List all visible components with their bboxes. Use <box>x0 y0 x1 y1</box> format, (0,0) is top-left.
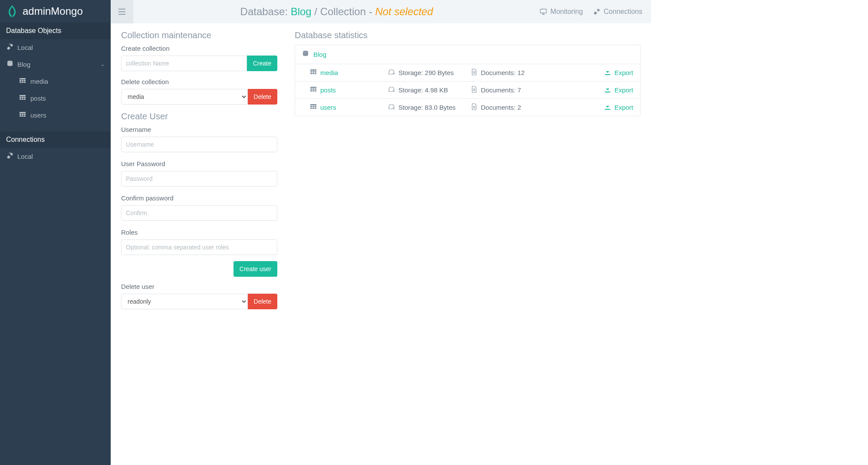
export-link[interactable]: Export <box>592 103 633 111</box>
topbar-links: Monitoring Connections <box>540 8 651 16</box>
monitoring-label: Monitoring <box>550 8 583 16</box>
stats-row: users Storage: 83.0 Bytes Documents: 2 <box>295 99 640 116</box>
svg-point-3 <box>393 73 394 74</box>
username-label: Username <box>121 126 277 133</box>
collection-maintenance-heading: Collection maintenance <box>121 30 277 40</box>
sidebar-item-label: Local <box>17 153 33 160</box>
delete-user-label: Delete user <box>121 283 277 290</box>
stats-row: posts Storage: 4.98 KB Documents: 7 <box>295 82 640 99</box>
create-user-button[interactable]: Create user <box>233 261 277 277</box>
sidebar-item-label: Local <box>17 44 33 51</box>
plug-icon <box>6 152 14 160</box>
main: Database: Blog / Collection - Not select… <box>111 0 651 465</box>
svg-point-0 <box>7 61 13 62</box>
table-icon <box>310 103 317 111</box>
confirm-password-input[interactable] <box>121 205 277 221</box>
collection-link-users[interactable]: users <box>320 104 336 111</box>
username-input[interactable] <box>121 137 277 152</box>
table-icon <box>310 69 317 77</box>
hdd-icon <box>388 86 395 94</box>
stats-db-name: Blog <box>313 51 326 58</box>
svg-point-4 <box>393 90 394 91</box>
export-label: Export <box>615 104 633 111</box>
collection-maintenance-panel: Collection maintenance Create collection… <box>121 30 277 316</box>
stats-row: media Storage: 290 Bytes Documents: 12 <box>295 64 640 82</box>
create-collection-button[interactable]: Create <box>247 56 277 71</box>
breadcrumb-mid: / Collection - <box>312 6 375 17</box>
table-icon <box>19 111 27 119</box>
hdd-icon <box>388 69 395 77</box>
file-icon <box>470 103 477 111</box>
delete-collection-label: Delete collection <box>121 78 277 85</box>
database-icon <box>302 50 309 59</box>
sidebar-item-label: Blog <box>17 61 30 68</box>
documents-value: Documents: 7 <box>481 86 521 94</box>
stats-db-header[interactable]: Blog <box>295 45 640 64</box>
svg-point-2 <box>303 51 308 52</box>
sidebar-header-objects: Database Objects <box>0 23 111 39</box>
export-link[interactable]: Export <box>592 69 633 77</box>
sidebar-item-collection-media[interactable]: media <box>0 73 111 90</box>
table-icon <box>310 86 317 94</box>
roles-input[interactable] <box>121 239 277 255</box>
sidebar-item-collection-posts[interactable]: posts <box>0 90 111 107</box>
table-icon <box>19 77 27 85</box>
svg-point-5 <box>393 108 394 108</box>
hamburger-icon <box>118 9 125 15</box>
export-label: Export <box>615 69 633 76</box>
monitoring-link[interactable]: Monitoring <box>540 8 583 16</box>
file-icon <box>470 69 477 77</box>
brand-text: adminMongo <box>23 5 83 17</box>
sidebar-item-label: users <box>30 111 46 119</box>
download-icon <box>604 103 611 111</box>
connections-link[interactable]: Connections <box>593 8 642 16</box>
delete-collection-select[interactable]: media <box>121 89 248 105</box>
brand[interactable]: adminMongo <box>0 0 111 23</box>
sidebar-item-collection-users[interactable]: users <box>0 107 111 124</box>
create-collection-input[interactable] <box>121 56 247 71</box>
roles-label: Roles <box>121 229 277 236</box>
documents-value: Documents: 2 <box>481 104 521 111</box>
database-statistics-panel: Database statistics Blog media <box>295 30 641 316</box>
delete-user-button[interactable]: Delete <box>248 294 277 309</box>
delete-collection-button[interactable]: Delete <box>248 89 277 105</box>
hdd-icon <box>388 103 395 111</box>
topbar: Database: Blog / Collection - Not select… <box>111 0 651 23</box>
plug-icon <box>593 8 600 15</box>
file-icon <box>470 86 477 94</box>
breadcrumb-prefix: Database: <box>240 6 291 17</box>
database-icon <box>6 60 14 69</box>
password-label: User Password <box>121 160 277 167</box>
monitor-icon <box>540 8 547 15</box>
export-link[interactable]: Export <box>592 86 633 94</box>
create-user-heading: Create User <box>121 111 277 121</box>
breadcrumb-database[interactable]: Blog <box>291 6 312 17</box>
collection-link-media[interactable]: media <box>320 69 338 76</box>
sidebar-item-connection-local[interactable]: Local <box>0 39 111 56</box>
password-input[interactable] <box>121 171 277 187</box>
connections-label: Connections <box>604 8 642 16</box>
storage-value: Storage: 4.98 KB <box>398 86 448 94</box>
sidebar-item-conn-local[interactable]: Local <box>0 148 111 165</box>
sidebar-item-label: media <box>30 78 48 85</box>
sidebar-header-connections: Connections <box>0 131 111 148</box>
svg-rect-1 <box>540 9 546 13</box>
collection-link-posts[interactable]: posts <box>320 86 336 94</box>
delete-user-select[interactable]: readonly <box>121 294 248 309</box>
sidebar-item-database-blog[interactable]: Blog ⌄ <box>0 56 111 73</box>
chevron-down-icon: ⌄ <box>101 62 105 67</box>
sidebar: adminMongo Database Objects Local Blog ⌄… <box>0 0 111 465</box>
sidebar-item-label: posts <box>30 95 46 102</box>
download-icon <box>604 86 611 94</box>
mongo-leaf-icon <box>7 5 17 17</box>
table-icon <box>19 94 27 102</box>
sidebar-toggle-button[interactable] <box>111 0 133 23</box>
create-collection-label: Create collection <box>121 45 277 52</box>
database-statistics-heading: Database statistics <box>295 30 641 40</box>
stats-table: Blog media Storage: 290 Bytes <box>295 45 641 116</box>
documents-value: Documents: 12 <box>481 69 525 76</box>
export-label: Export <box>615 86 633 94</box>
confirm-password-label: Confirm password <box>121 194 277 202</box>
plug-icon <box>6 43 14 52</box>
breadcrumb: Database: Blog / Collection - Not select… <box>133 6 540 18</box>
